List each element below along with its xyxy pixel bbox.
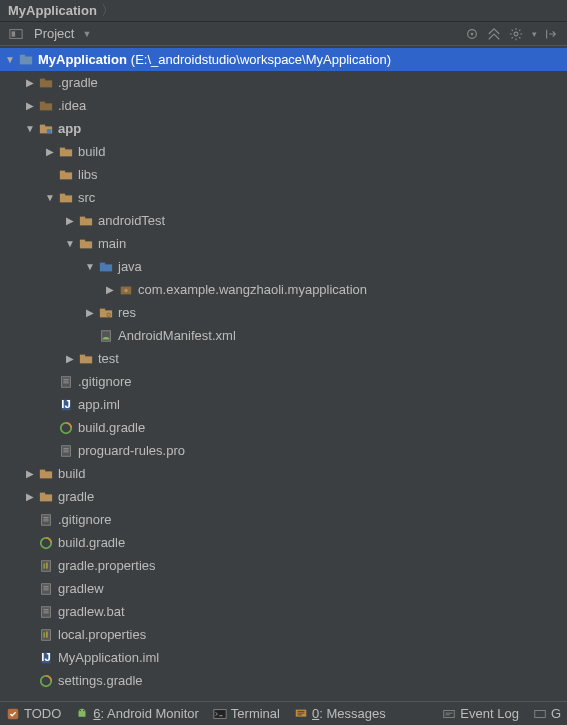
svg-rect-33 [80, 354, 85, 357]
tree-row[interactable]: ▶androidTest [0, 209, 567, 232]
svg-rect-38 [62, 445, 71, 456]
status-event-log[interactable]: Event Log [442, 706, 519, 721]
svg-point-27 [124, 288, 128, 292]
expand-arrow[interactable]: ▼ [84, 261, 96, 272]
module-icon [38, 121, 54, 137]
tree-node-label: .gitignore [58, 512, 111, 527]
tree-row[interactable]: ▶build [0, 462, 567, 485]
project-root-icon [18, 52, 34, 68]
folder-icon [78, 351, 94, 367]
folder-icon [38, 466, 54, 482]
expand-arrow[interactable]: ▶ [24, 468, 36, 479]
status-messages[interactable]: 0: Messages [294, 706, 386, 721]
tree-node-label: build.gradle [58, 535, 125, 550]
tree-row[interactable]: ▶IJMyApplication.iml [0, 646, 567, 669]
svg-rect-13 [47, 129, 51, 133]
project-view-dropdown[interactable]: ▼ [82, 29, 91, 39]
svg-rect-51 [43, 632, 45, 637]
tree-row[interactable]: ▶.idea [0, 94, 567, 117]
collapse-all-icon[interactable] [486, 26, 502, 42]
tree-row[interactable]: ▶libs [0, 163, 567, 186]
xml-manifest-icon [98, 328, 114, 344]
hide-icon[interactable] [543, 26, 559, 42]
settings-icon[interactable] [508, 26, 524, 42]
status-messages-label: : Messages [319, 706, 385, 721]
tree-node-label: build.gradle [78, 420, 145, 435]
target-icon[interactable] [464, 26, 480, 42]
svg-rect-32 [80, 356, 92, 363]
status-bar: TODO 6: Android Monitor Terminal 0: Mess… [0, 701, 567, 725]
tree-row[interactable]: ▶IJapp.iml [0, 393, 567, 416]
svg-rect-7 [40, 80, 52, 87]
tree-row[interactable]: ▶test [0, 347, 567, 370]
tree-row[interactable]: ▶AndroidManifest.xml [0, 324, 567, 347]
breadcrumb-separator: 〉 [101, 2, 115, 20]
tree-row[interactable]: ▶gradle.properties [0, 554, 567, 577]
expand-arrow[interactable]: ▶ [24, 77, 36, 88]
tree-row[interactable]: ▼app [0, 117, 567, 140]
tree-row[interactable]: ▶local.properties [0, 623, 567, 646]
project-view-label[interactable]: Project [34, 26, 74, 41]
svg-rect-12 [40, 124, 45, 127]
tree-row[interactable]: ▼src [0, 186, 567, 209]
tree-node-label: gradlew.bat [58, 604, 125, 619]
expand-arrow[interactable]: ▶ [64, 215, 76, 226]
status-android-monitor-label: : Android Monitor [101, 706, 199, 721]
tree-row[interactable]: ▶com.example.wangzhaoli.myapplication [0, 278, 567, 301]
gradle-icon [38, 535, 54, 551]
tree-row[interactable]: ▶gradlew.bat [0, 600, 567, 623]
tree-root-row[interactable]: ▼ MyApplication (E:\_androidstudio\works… [0, 48, 567, 71]
svg-rect-31 [102, 330, 111, 341]
folder-icon [58, 167, 74, 183]
tree-row[interactable]: ▼java [0, 255, 567, 278]
expand-arrow[interactable]: ▼ [4, 54, 16, 65]
expand-arrow[interactable]: ▼ [64, 238, 76, 249]
svg-rect-6 [20, 54, 25, 57]
tree-row[interactable]: ▶gradlew [0, 577, 567, 600]
svg-rect-43 [42, 514, 51, 525]
tree-root-label: MyApplication [38, 52, 127, 67]
status-todo[interactable]: TODO [6, 706, 61, 721]
tree-node-label: settings.gradle [58, 673, 143, 688]
svg-rect-20 [80, 218, 92, 225]
expand-arrow[interactable]: ▶ [24, 491, 36, 502]
svg-rect-16 [60, 172, 72, 179]
tree-row[interactable]: ▶build [0, 140, 567, 163]
tree-node-label: androidTest [98, 213, 165, 228]
tree-node-label: build [78, 144, 105, 159]
tree-row[interactable]: ▶.gradle [0, 71, 567, 94]
svg-rect-21 [80, 216, 85, 219]
expand-arrow[interactable]: ▶ [44, 146, 56, 157]
tree-row[interactable]: ▶build.gradle [0, 531, 567, 554]
tree-row[interactable]: ▶.gitignore [0, 508, 567, 531]
project-tree[interactable]: ▼ MyApplication (E:\_androidstudio\works… [0, 46, 567, 701]
tree-node-label: src [78, 190, 95, 205]
settings-dropdown[interactable]: ▾ [532, 29, 537, 39]
svg-rect-1 [12, 31, 16, 36]
tree-row[interactable]: ▶gradle [0, 485, 567, 508]
tree-node-label: AndroidManifest.xml [118, 328, 236, 343]
svg-rect-15 [60, 147, 65, 150]
tree-row[interactable]: ▶settings.gradle [0, 669, 567, 692]
expand-arrow[interactable]: ▼ [44, 192, 56, 203]
tree-row[interactable]: ▼main [0, 232, 567, 255]
tree-row[interactable]: ▶proguard-rules.pro [0, 439, 567, 462]
status-terminal[interactable]: Terminal [213, 706, 280, 721]
svg-rect-25 [100, 262, 105, 265]
expand-arrow[interactable]: ▶ [64, 353, 76, 364]
expand-arrow[interactable]: ▶ [104, 284, 116, 295]
tree-node-label: app [58, 121, 81, 136]
svg-rect-40 [40, 469, 45, 472]
tree-row[interactable]: ▶res [0, 301, 567, 324]
svg-rect-22 [80, 241, 92, 248]
tree-row[interactable]: ▶build.gradle [0, 416, 567, 439]
status-android-monitor[interactable]: 6: Android Monitor [75, 706, 199, 721]
expand-arrow[interactable]: ▶ [84, 307, 96, 318]
expand-arrow[interactable]: ▶ [24, 100, 36, 111]
tree-row[interactable]: ▶.gitignore [0, 370, 567, 393]
svg-rect-48 [42, 583, 51, 594]
expand-arrow[interactable]: ▼ [24, 123, 36, 134]
breadcrumb-root[interactable]: MyApplication [4, 3, 101, 18]
svg-rect-18 [60, 195, 72, 202]
status-gradle-console[interactable]: G [533, 706, 561, 721]
